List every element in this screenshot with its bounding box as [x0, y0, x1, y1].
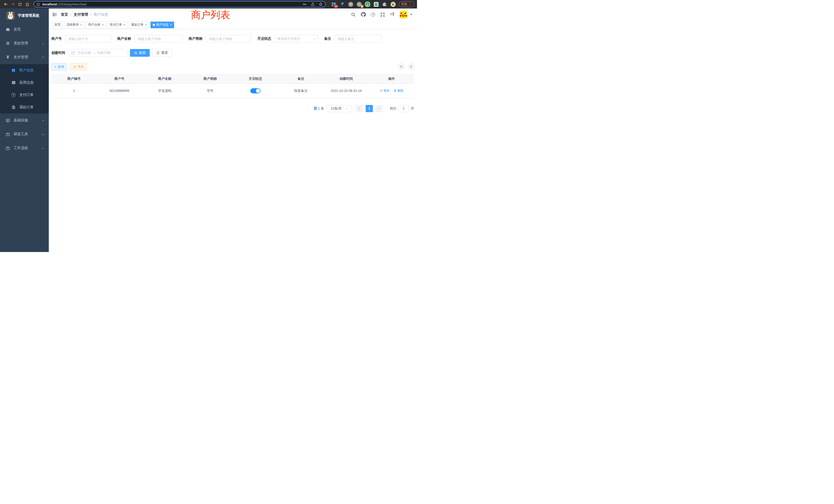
breadcrumb-payment[interactable]: 支付管理 [74, 12, 88, 17]
y-glyph: y [366, 2, 370, 6]
cell-actions: 修改 删除 [369, 84, 414, 98]
tab-home[interactable]: 首页 [52, 22, 63, 28]
forward-icon[interactable] [10, 1, 16, 7]
filter-label: 商户全称 [117, 37, 131, 41]
breadcrumb-separator: / [70, 13, 71, 17]
filter-label: 备注 [324, 37, 331, 41]
delete-link[interactable]: 删除 [394, 89, 404, 93]
filter-label: 商户简称 [189, 37, 203, 41]
fullscreen-icon[interactable] [380, 12, 385, 17]
user-avatar[interactable] [399, 11, 407, 19]
github-icon[interactable] [361, 12, 366, 17]
current-page-button[interactable]: 1 [366, 105, 373, 112]
filter-created-time: 创建时间 开始日期 - 结束日期 [51, 49, 127, 57]
sidebar-collapse-icon[interactable] [52, 12, 57, 17]
browser-menu-icon[interactable]: ⋮ [409, 2, 412, 6]
sidebar-item-home[interactable]: 首页 [0, 23, 49, 37]
address-bar[interactable]: localhost:1024/pay/merchant [34, 1, 326, 7]
sidebar-item-pay-order[interactable]: ¥ 支付订单 [0, 89, 49, 101]
short-name-input[interactable] [206, 35, 251, 43]
chevron-down-icon [42, 119, 45, 121]
cell-short-name: 芋艿 [188, 84, 233, 98]
tab-merchant-info-active[interactable]: 商户信息 × [151, 22, 174, 28]
browser-profile-avatar[interactable] [390, 2, 396, 7]
sidebar-item-refund-order[interactable]: 退款订单 [0, 101, 49, 113]
command-glyph: ⌘ [348, 2, 353, 7]
sidebar-item-infra[interactable]: 基础设施 [0, 113, 49, 127]
filter-status: 开启状态 请选择开启状态 [258, 35, 318, 43]
tab-label: 商户信息 [156, 23, 169, 27]
full-name-input[interactable] [134, 35, 182, 43]
sidebar-item-label: 基础设施 [14, 118, 28, 123]
font-size-icon[interactable]: TT [390, 13, 394, 17]
reset-button[interactable]: 重置 [152, 49, 172, 57]
tab-close-icon[interactable]: × [124, 23, 125, 27]
search-button[interactable]: 搜索 [130, 49, 150, 57]
tab-pay-order[interactable]: 支付订单 × [107, 22, 128, 28]
cell-remark: 我是备注 [278, 84, 324, 98]
goto-page-input[interactable] [398, 105, 409, 112]
sidebar-item-payment[interactable]: ¥ 支付管理 [0, 50, 49, 64]
extension-y-icon[interactable]: y [365, 2, 370, 7]
extension-chat-icon[interactable] [373, 2, 379, 7]
sidebar-item-app-info[interactable]: 应用信息 [0, 76, 49, 89]
filter-full-name: 商户全称 [117, 35, 182, 43]
refresh-table-icon[interactable] [408, 64, 414, 70]
tab-label: 首页 [54, 23, 61, 27]
edit-link[interactable]: 修改 [379, 89, 390, 93]
sidebar-item-label: 系统管理 [14, 41, 28, 46]
merchant-table: 商户编号 商户号 商户全称 商户简称 开启状态 备注 创建时间 操作 1 [51, 74, 414, 98]
toolbox-icon [6, 132, 10, 137]
extension-recorder-icon[interactable]: 1 [356, 2, 362, 7]
sidebar-item-system[interactable]: ⚙ 系统管理 [0, 37, 49, 50]
filter-label: 开启状态 [258, 37, 271, 41]
chevron-down-icon [313, 38, 315, 40]
avatar-caret-icon[interactable] [410, 14, 412, 15]
briefcase-icon [6, 146, 10, 151]
next-page-button[interactable] [375, 105, 382, 112]
share-icon[interactable] [311, 2, 314, 6]
tab-close-icon[interactable]: × [80, 23, 82, 27]
password-key-icon[interactable] [303, 2, 307, 6]
remark-input[interactable] [334, 35, 382, 43]
gear-icon: ⚙ [6, 41, 10, 46]
tab-refund-order[interactable]: 退款订单 × [129, 22, 149, 28]
extension-pinned-icon[interactable]: 10 [331, 2, 336, 7]
sidebar-item-merchant-info[interactable]: 商户信息 [0, 64, 49, 76]
tab-user-group[interactable]: 用户分组 × [86, 22, 106, 28]
home-icon[interactable] [24, 1, 30, 7]
sidebar-item-label: 应用信息 [19, 80, 34, 85]
breadcrumb-home[interactable]: 首页 [61, 12, 68, 17]
bookmark-star-icon[interactable] [319, 2, 323, 6]
site-info-icon[interactable] [37, 3, 40, 6]
status-toggle-on[interactable] [250, 88, 261, 93]
status-select[interactable]: 请选择开启状态 [275, 35, 318, 43]
tab-process-form[interactable]: 流程表单 × [64, 22, 85, 28]
tab-label: 退款订单 [131, 23, 144, 27]
add-button[interactable]: + 新增 [51, 63, 67, 70]
logo-rabbit-image [6, 12, 15, 20]
export-button[interactable]: 导出 [70, 63, 87, 70]
extension-command-icon[interactable]: ⌘ [348, 2, 353, 7]
sidebar-logo[interactable]: 芋道管理系统 [0, 8, 49, 23]
reload-icon[interactable] [17, 1, 23, 7]
sidebar-item-workflow[interactable]: 工作流程 [0, 141, 49, 155]
prev-page-button[interactable] [356, 105, 363, 112]
search-icon[interactable] [351, 12, 356, 17]
merchant-no-input[interactable] [65, 35, 111, 43]
back-icon[interactable] [3, 1, 9, 7]
show-search-toggle-icon[interactable] [398, 64, 404, 70]
extension-kite-icon[interactable] [339, 2, 345, 7]
browser-toolbar: localhost:1024/pay/merchant 10 ⌘ [0, 0, 417, 8]
tab-close-icon[interactable]: × [170, 23, 172, 27]
sidebar-item-dev-tools[interactable]: 研发工具 [0, 127, 49, 141]
date-range-picker[interactable]: 开始日期 - 结束日期 [68, 49, 127, 57]
status-select-placeholder: 请选择开启状态 [277, 37, 301, 41]
help-icon[interactable]: ? [371, 12, 375, 17]
page-size-select[interactable]: 10条/页 [327, 105, 351, 112]
sidebar: 芋道管理系统 首页 ⚙ 系统管理 ¥ 支付管理 [0, 8, 49, 252]
tab-close-icon[interactable]: × [145, 23, 147, 27]
update-button[interactable]: 更新 ⋮ [399, 1, 414, 7]
tab-close-icon[interactable]: × [102, 23, 104, 27]
extensions-puzzle-icon[interactable] [382, 2, 387, 7]
